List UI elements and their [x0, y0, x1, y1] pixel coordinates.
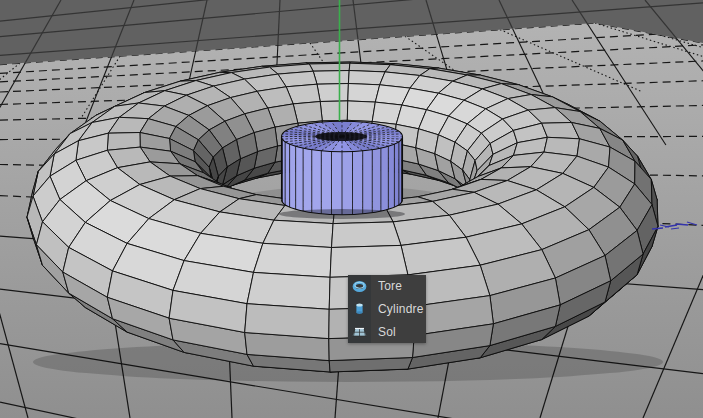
object-row-floor[interactable]: Sol: [348, 321, 426, 343]
cylinder-object[interactable]: [279, 121, 405, 219]
object-label-cylinder: Cylindre: [371, 302, 424, 316]
object-label-torus: Tore: [371, 279, 402, 293]
cylinder-icon: [348, 298, 371, 320]
zfight-cluster: [315, 132, 367, 141]
torus-icon: [348, 275, 371, 297]
floor-icon: [348, 321, 371, 343]
object-row-cylinder[interactable]: Cylindre: [348, 298, 426, 320]
object-list-panel: Tore Cylindre Sol: [348, 275, 426, 343]
object-row-torus[interactable]: Tore: [348, 275, 426, 297]
object-label-floor: Sol: [371, 325, 396, 339]
3d-viewport[interactable]: Tore Cylindre Sol: [0, 0, 703, 418]
viewport-canvas[interactable]: [0, 0, 703, 418]
